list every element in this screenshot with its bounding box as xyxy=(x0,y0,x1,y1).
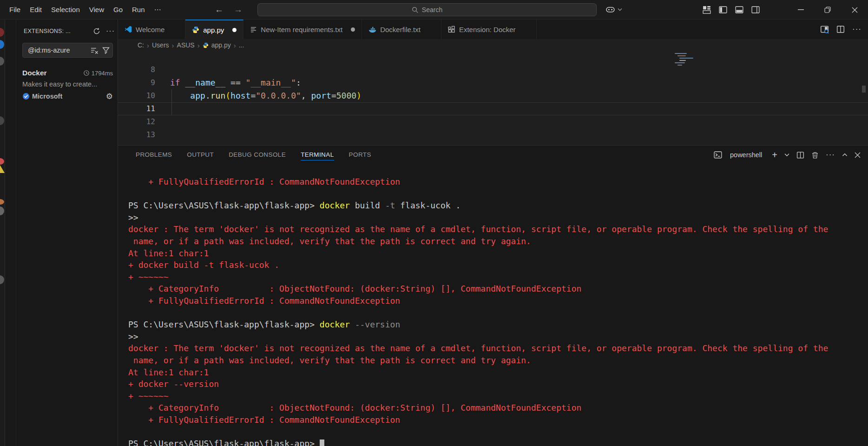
copilot-menu[interactable] xyxy=(605,5,622,14)
terminal-line: PS C:\Users\ASUS\flask-app\flask-app> do… xyxy=(128,319,868,331)
toggle-panel-icon[interactable] xyxy=(735,6,743,14)
code-text: if __name__ == "__main__": xyxy=(155,76,301,89)
breadcrumb-item[interactable]: app.py xyxy=(211,41,231,49)
clear-filter-icon[interactable] xyxy=(91,47,99,54)
partial-icon xyxy=(0,28,4,37)
extension-description: Makes it easy to create... xyxy=(22,80,113,88)
new-terminal-icon[interactable]: + xyxy=(772,150,777,160)
extension-icon xyxy=(448,26,455,33)
more-actions-icon[interactable]: ··· xyxy=(106,27,115,35)
code-text xyxy=(155,63,170,76)
menu-file[interactable]: File xyxy=(5,0,25,20)
terminal-line: name, or if a path was included, verify … xyxy=(128,354,868,366)
terminal-line: At line:1 char:1 xyxy=(128,247,868,260)
toggle-primary-sidebar-icon[interactable] xyxy=(719,6,727,14)
partial-icon xyxy=(0,40,4,49)
extensions-search-input[interactable]: @id:ms-azure xyxy=(22,43,113,58)
menu-go[interactable]: Go xyxy=(109,0,127,20)
breadcrumb-separator: › xyxy=(197,41,200,49)
split-terminal-icon[interactable] xyxy=(796,151,804,159)
terminal-line xyxy=(128,307,868,319)
terminal-cursor xyxy=(320,439,324,446)
terminal-line: >> xyxy=(128,331,868,343)
powershell-terminal-icon xyxy=(714,151,722,159)
breadcrumb-separator: › xyxy=(147,41,149,49)
extension-activation-time: 1794ms xyxy=(92,70,113,77)
maximize-panel-chevron-icon[interactable] xyxy=(842,153,848,157)
open-changes-icon[interactable] xyxy=(820,25,829,34)
tab-dockerfile-txt[interactable]: Dockerfile.txt xyxy=(362,20,441,39)
partial-icon xyxy=(0,158,4,165)
terminal-line: PS C:\Users\ASUS\flask-app\flask-app> xyxy=(128,438,868,446)
modified-dot[interactable] xyxy=(351,27,355,32)
breadcrumb-item[interactable]: Users xyxy=(152,41,169,49)
scrollbar-handle[interactable] xyxy=(862,86,866,93)
breadcrumb-item[interactable]: ASUS xyxy=(177,41,195,49)
toggle-secondary-sidebar-icon[interactable] xyxy=(751,6,760,14)
customize-layout-icon[interactable] xyxy=(703,6,711,14)
panel-tab-debug-console[interactable]: DEBUG CONSOLE xyxy=(229,149,286,160)
terminal-line: + CategoryInfo : ObjectNotFound: (docker… xyxy=(128,283,868,295)
code-text xyxy=(155,115,170,128)
maximize-restore-button[interactable] xyxy=(814,0,841,20)
refresh-icon[interactable] xyxy=(93,27,100,35)
menu-edit[interactable]: Edit xyxy=(25,0,46,20)
filter-icon[interactable] xyxy=(102,47,110,54)
close-window-button[interactable] xyxy=(841,0,868,20)
terminal-output[interactable]: + FullyQualifiedErrorId : CommandNotFoun… xyxy=(118,164,868,446)
menu-view[interactable]: View xyxy=(85,0,109,20)
panel-tab-terminal[interactable]: TERMINAL xyxy=(301,149,334,160)
code-text: app.run(host="0.0.0.0", port=5000) xyxy=(155,89,362,102)
kill-terminal-trash-icon[interactable] xyxy=(811,151,819,159)
line-number: 11 xyxy=(118,103,155,115)
menu-run[interactable]: Run xyxy=(127,0,150,20)
partial-icon xyxy=(0,275,4,284)
minimize-button[interactable] xyxy=(787,0,814,20)
menu-bar: File Edit Selection View Go Run ⋯ xyxy=(0,0,166,20)
editor-more-actions-icon[interactable]: ··· xyxy=(852,25,861,34)
breadcrumb-item[interactable]: C: xyxy=(138,41,144,49)
python-icon xyxy=(203,42,209,48)
tab-requirements-txt[interactable]: New-Item requirements.txt xyxy=(243,20,362,39)
tab-app-py[interactable]: app.py xyxy=(185,20,243,39)
terminal-shell-label[interactable]: powershell xyxy=(730,151,762,159)
extension-name: Docker xyxy=(22,69,83,77)
tab-welcome[interactable]: Welcome xyxy=(118,20,185,39)
partial-icon xyxy=(0,206,4,215)
menu-more[interactable]: ⋯ xyxy=(150,0,166,20)
terminal-line: + CategoryInfo : ObjectNotFound: (docker… xyxy=(128,402,868,414)
indent-guide xyxy=(171,89,172,115)
modified-dot[interactable] xyxy=(232,28,237,32)
back-arrow-icon[interactable]: ← xyxy=(215,5,224,15)
text-file-icon xyxy=(250,26,257,33)
panel-tab-problems[interactable]: PROBLEMS xyxy=(136,149,172,160)
close-panel-icon[interactable] xyxy=(855,152,861,158)
search-command-center[interactable]: Search xyxy=(257,3,597,16)
code-editor[interactable]: 89if __name__ == "__main__":10 app.run(h… xyxy=(118,51,868,145)
partial-icon xyxy=(0,199,4,205)
menu-selection[interactable]: Selection xyxy=(46,0,85,20)
extension-list-item-docker[interactable]: Docker 1794ms Makes it easy to create...… xyxy=(22,69,113,101)
cut-off-activity-strip xyxy=(0,20,5,446)
tab-label: New-Item requirements.txt xyxy=(261,26,342,33)
forward-arrow-icon[interactable]: → xyxy=(234,5,243,15)
panel-tab-output[interactable]: OUTPUT xyxy=(187,149,214,160)
terminal-line: PS C:\Users\ASUS\flask-app\flask-app> do… xyxy=(128,200,868,212)
panel-more-actions-icon[interactable]: ··· xyxy=(826,150,835,160)
terminal-line: + FullyQualifiedErrorId : CommandNotFoun… xyxy=(128,414,868,426)
gear-icon[interactable]: ⚙ xyxy=(106,92,113,101)
split-editor-icon[interactable] xyxy=(836,25,845,33)
code-text xyxy=(155,128,170,141)
terminal-line xyxy=(128,188,868,200)
chevron-down-icon xyxy=(618,8,622,11)
terminal-dropdown-chevron-icon[interactable] xyxy=(784,153,789,157)
search-label: Search xyxy=(422,6,442,13)
code-line: 8 xyxy=(118,63,868,76)
breadcrumb-item[interactable]: ... xyxy=(239,41,244,49)
tab-extension-docker[interactable]: Extension: Docker xyxy=(441,20,537,39)
title-bar: File Edit Selection View Go Run ⋯ ← → Se… xyxy=(0,0,868,20)
code-lines: 89if __name__ == "__main__":10 app.run(h… xyxy=(118,63,868,141)
panel-tab-ports[interactable]: PORTS xyxy=(349,149,371,160)
terminal-line: + docker build -t flask-ucok . xyxy=(128,259,868,271)
minimap[interactable] xyxy=(675,53,693,67)
